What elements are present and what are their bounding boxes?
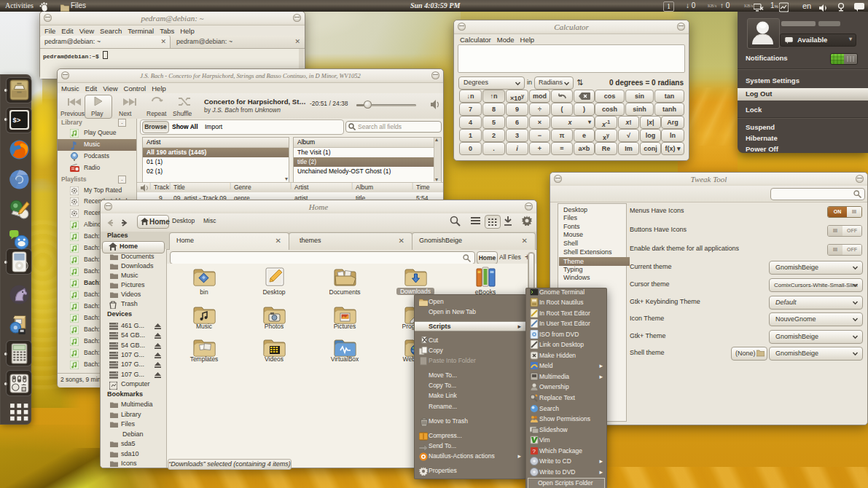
svg-text:?: ? bbox=[533, 448, 536, 454]
svg-text:$>: $> bbox=[12, 117, 21, 125]
